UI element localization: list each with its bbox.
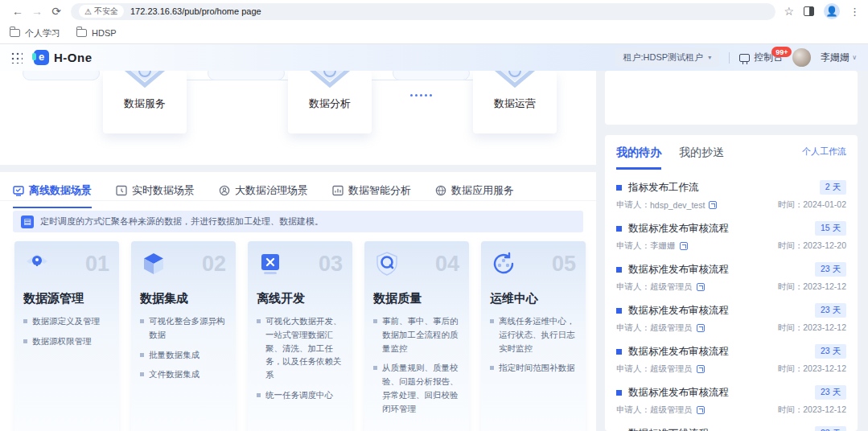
app-grid-icon[interactable] [11,52,23,64]
todo-item[interactable]: 数据标准发布审核流程 23 天 申请人： 超级管理员 时间：2023-12-12 [616,334,846,375]
detail-link-icon[interactable] [697,324,705,332]
time-label: 时间： [778,363,804,373]
scene-tabs: 离线数据场景 实时数据场景 大数据治理场景 数据智能分析 数据应用服务 [0,172,596,201]
bookmark-label: 个人学习 [25,27,60,39]
item-bullet-icon [616,308,622,314]
security-chip[interactable]: ⚠ 不安全 [79,5,124,18]
todo-title: 数据标准发布审核流程 [628,304,729,318]
offline-dev-icon [257,251,283,277]
card-data-quality[interactable]: 04 数据质量 事前、事中、事后的数据加工全流程的质量监控 从质量规则、质量校验… [364,241,469,431]
app-service-scene-icon [435,185,446,196]
notification-area[interactable]: 99+ [792,48,811,67]
flow-dots [410,94,432,96]
flow-node-label: 数据服务 [124,96,166,111]
todo-item[interactable]: 数据标准发布审核流程 23 天 申请人： 超级管理员 时间：2023-12-12 [616,252,846,293]
applicant-name: 李姗姗 [650,240,676,252]
detail-link-icon[interactable] [709,201,717,209]
tab-realtime-data-scene[interactable]: 实时数据场景 [116,183,195,207]
days-badge: 23 天 [815,385,846,400]
bookmark-folder-personal[interactable]: 个人学习 [10,27,60,39]
forward-icon[interactable]: → [27,2,47,20]
address-bar[interactable]: ⚠ 不安全 172.23.16.63/pub/pro/home page [71,3,775,20]
browser-toolbar: ← → ⟳ ⚠ 不安全 172.23.16.63/pub/pro/home pa… [0,0,868,23]
realtime-scene-icon [116,185,127,196]
back-icon[interactable]: ← [8,2,27,20]
tab-label: 离线数据场景 [29,183,92,198]
todo-item[interactable]: 数据标准下线流程 23 天 申请人： 李姗姗 时间：2023-12-12 [616,416,846,431]
card-point: 文件数据集成 [140,367,227,381]
user-menu[interactable]: 李姗姗 ∨ [821,51,857,64]
todo-item[interactable]: 指标发布工作流 2 天 申请人： hdsp_dev_test 时间：2024-0… [616,170,846,211]
side-panel-icon[interactable] [804,6,814,16]
applicant-label: 申请人： [616,363,650,375]
bookmark-folder-hdsp[interactable]: HDSP [76,28,117,38]
flow-node-data-analysis[interactable]: 数据分析 [288,71,372,133]
tab-label: 大数据治理场景 [235,183,308,198]
tab-big-data-governance-scene[interactable]: 大数据治理场景 [219,183,308,207]
offline-scene-icon [13,185,24,196]
detail-link-icon[interactable] [680,242,688,250]
flow-node-data-operation[interactable]: 数据运营 [473,71,557,133]
flow-diagram-panel: 数据服务 数据分析 数据运营 [0,71,596,165]
days-badge: 23 天 [815,426,846,431]
tab-offline-data-scene[interactable]: 离线数据场景 [13,183,92,208]
reload-icon[interactable]: ⟳ [47,2,66,20]
item-bullet-icon [616,390,622,396]
browser-menu-icon[interactable]: ⋮ [849,6,860,18]
todo-time: 2023-12-20 [803,240,846,250]
todo-time: 2023-12-12 [803,281,846,291]
detail-link-icon[interactable] [697,283,705,291]
todo-item[interactable]: 数据标准发布审核流程 23 天 申请人： 超级管理员 时间：2023-12-12 [616,293,846,334]
bookmark-star-icon[interactable]: ☆ [784,5,794,18]
card-offline-development[interactable]: 03 离线开发 可视化大数据开发、一站式管理数据汇聚、清洗、加工任务，以及任务依… [248,241,352,431]
tab-data-intelligent-analysis[interactable]: 数据智能分析 [332,183,411,207]
detail-link-icon[interactable] [697,365,705,373]
card-ops-center[interactable]: 05 运维中心 离线任务运维中心，运行状态、执行日志实时监控 指定时间范围补数据 [481,241,586,431]
card-title: 数据源管理 [23,291,110,306]
flow-ghost-shape [23,71,100,80]
layered-diamond-icon [304,71,356,95]
user-avatar[interactable] [792,48,811,67]
todo-panel: 我的待办 我的抄送 个人工作流 指标发布工作流 2 天 申请人： hdsp_de… [605,135,858,431]
item-bullet-icon [616,267,622,273]
tab-data-application-service[interactable]: 数据应用服务 [435,183,514,207]
card-number: 04 [435,253,459,275]
todo-title: 数据标准发布审核流程 [628,222,729,236]
todo-item[interactable]: 数据标准发布审核流程 23 天 申请人： 超级管理员 时间：2023-12-12 [616,375,846,416]
applicant-name: hdsp_dev_test [650,200,705,210]
days-badge: 23 天 [815,303,846,318]
todo-title: 数据标准发布审核流程 [628,386,729,400]
flow-node-data-service[interactable]: 数据服务 [103,71,187,133]
flow-ghost-shape [208,71,285,80]
tab-label: 实时数据场景 [132,183,195,198]
card-number: 02 [202,253,226,275]
chevron-down-icon: ▾ [708,54,711,61]
item-bullet-icon [616,185,622,191]
card-title: 数据集成 [140,291,227,306]
tab-my-cc[interactable]: 我的抄送 [679,146,724,167]
card-point: 统一任务调度中心 [257,388,343,402]
card-title: 离线开发 [257,291,343,306]
app-logo-text[interactable]: H-One [54,51,93,64]
days-badge: 2 天 [820,180,846,195]
user-name-label: 李姗姗 [821,51,849,64]
card-number: 03 [319,253,343,275]
card-data-integration[interactable]: 02 数据集成 可视化整合多源异构数据 批量数据集成 文件数据集成 [131,241,236,431]
card-datasource-management[interactable]: 01 数据源管理 数据源定义及管理 数据源权限管理 [14,241,119,431]
card-point: 指定时间范围补数据 [490,361,577,375]
applicant-label: 申请人： [616,281,650,293]
tenant-selector[interactable]: 租户:HDSP测试租户 ▾ [615,48,720,67]
todo-item[interactable]: 数据标准发布审核流程 15 天 申请人： 李姗姗 时间：2023-12-20 [616,211,846,252]
time-label: 时间： [778,199,804,209]
browser-profile-avatar[interactable]: 👤 [824,3,840,19]
tab-my-todo[interactable]: 我的待办 [616,146,661,170]
integration-cube-icon [141,251,167,277]
personal-workflow-link[interactable]: 个人工作流 [802,146,846,158]
scene-cards: 01 数据源管理 数据源定义及管理 数据源权限管理 [14,241,596,431]
card-point: 批量数据集成 [140,348,227,362]
layered-diamond-icon [489,71,541,95]
card-point: 数据源定义及管理 [23,314,110,328]
applicant-label: 申请人： [616,404,650,416]
detail-link-icon[interactable] [697,406,705,414]
h-one-logo-icon[interactable] [34,50,49,65]
